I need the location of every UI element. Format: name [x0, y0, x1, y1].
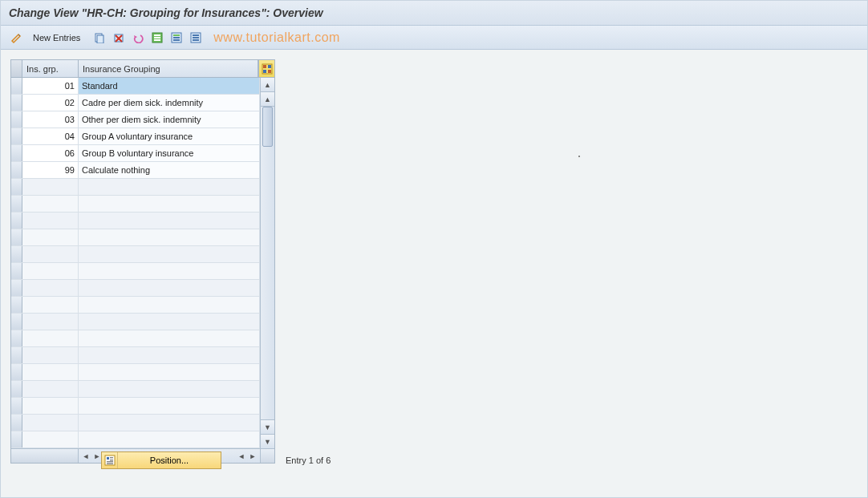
cell-ins-grp[interactable] [22, 330, 79, 346]
row-selector[interactable] [11, 95, 22, 111]
cell-insurance-grouping[interactable] [79, 415, 260, 431]
column-header-ins-grp[interactable]: Ins. grp. [22, 60, 79, 77]
cell-ins-grp[interactable] [22, 263, 79, 279]
svg-rect-26 [107, 461, 113, 463]
cell-ins-grp[interactable] [22, 381, 79, 397]
row-selector[interactable] [11, 347, 22, 363]
cell-insurance-grouping[interactable] [79, 347, 260, 363]
row-selector-header[interactable] [11, 60, 22, 77]
cell-ins-grp[interactable] [22, 431, 79, 447]
scroll-up-button[interactable]: ▲ [261, 78, 274, 92]
row-selector[interactable] [11, 280, 22, 296]
cell-ins-grp[interactable]: 04 [22, 128, 79, 144]
cell-insurance-grouping[interactable] [79, 431, 260, 447]
cell-ins-grp[interactable]: 06 [22, 145, 79, 161]
row-selector[interactable] [11, 145, 22, 161]
row-selector[interactable] [11, 111, 22, 128]
svg-rect-24 [110, 457, 113, 459]
cell-ins-grp[interactable]: 02 [22, 95, 79, 111]
row-selector[interactable] [11, 78, 22, 94]
table-row-empty [11, 330, 260, 347]
row-selector[interactable] [11, 229, 22, 245]
select-block-icon[interactable] [168, 30, 185, 46]
row-selector[interactable] [11, 246, 22, 262]
cell-insurance-grouping[interactable] [79, 196, 260, 212]
table-row-empty [11, 263, 260, 280]
cell-insurance-grouping[interactable] [79, 229, 260, 245]
select-all-icon[interactable] [149, 30, 165, 46]
cell-ins-grp[interactable] [22, 297, 79, 313]
page-title: Change View "HR-CH: Grouping for Insuran… [9, 6, 323, 19]
undo-icon[interactable] [130, 30, 146, 46]
cell-insurance-grouping[interactable] [79, 297, 260, 313]
row-selector[interactable] [11, 431, 22, 447]
row-selector[interactable] [11, 398, 22, 414]
cell-ins-grp[interactable] [22, 229, 79, 245]
table-row-empty [11, 280, 260, 297]
cell-insurance-grouping[interactable]: Calculate nothing [79, 162, 260, 178]
copy-icon[interactable] [91, 30, 107, 46]
cell-ins-grp[interactable]: 03 [22, 111, 79, 128]
row-selector[interactable] [11, 263, 22, 279]
scroll-up-button-2[interactable]: ▲ [261, 92, 274, 107]
cell-insurance-grouping[interactable] [79, 213, 260, 229]
table-settings-button[interactable] [258, 60, 274, 77]
cell-insurance-grouping[interactable] [79, 364, 260, 380]
svg-rect-25 [110, 460, 113, 461]
delete-icon[interactable] [111, 30, 127, 46]
scroll-down-button-2[interactable]: ▼ [261, 419, 274, 434]
vertical-scrollbar[interactable]: ▲ ▲ ▼ ▼ [260, 78, 274, 448]
cell-insurance-grouping[interactable]: Cadre per diem sick. indemnity [79, 95, 260, 111]
cell-ins-grp[interactable] [22, 415, 79, 431]
row-selector[interactable] [11, 162, 22, 178]
cell-ins-grp[interactable] [22, 364, 79, 380]
cell-ins-grp[interactable]: 99 [22, 162, 79, 178]
column-header-insurance-grouping[interactable]: Insurance Grouping [79, 60, 258, 77]
row-selector[interactable] [11, 381, 22, 397]
cell-insurance-grouping[interactable] [79, 179, 260, 195]
scroll-left-button[interactable]: ◄ [80, 451, 91, 462]
cell-ins-grp[interactable] [22, 280, 79, 296]
cell-ins-grp[interactable] [22, 196, 79, 212]
deselect-all-icon[interactable] [188, 30, 204, 46]
cell-ins-grp[interactable] [22, 179, 79, 195]
cell-insurance-grouping[interactable] [79, 280, 260, 296]
scroll-thumb[interactable] [262, 107, 273, 147]
row-selector[interactable] [11, 179, 22, 195]
cell-ins-grp[interactable] [22, 314, 79, 330]
scroll-down-button[interactable]: ▼ [261, 434, 274, 448]
row-selector[interactable] [11, 330, 22, 346]
row-selector[interactable] [11, 415, 22, 431]
row-selector[interactable] [11, 297, 22, 313]
cell-ins-grp[interactable] [22, 347, 79, 363]
row-selector[interactable] [11, 196, 22, 212]
cell-insurance-grouping[interactable]: Group A voluntary insurance [79, 128, 260, 144]
cell-ins-grp[interactable] [22, 398, 79, 414]
toggle-change-icon[interactable] [9, 30, 25, 46]
cell-insurance-grouping[interactable] [79, 314, 260, 330]
cell-insurance-grouping[interactable]: Standard [79, 78, 260, 94]
svg-rect-1 [97, 35, 103, 43]
cell-insurance-grouping[interactable] [79, 398, 260, 414]
position-button-label: Position... [118, 455, 221, 465]
cell-ins-grp[interactable] [22, 213, 79, 229]
svg-rect-7 [154, 37, 160, 38]
row-selector[interactable] [11, 128, 22, 144]
table-row-empty [11, 297, 260, 314]
row-selector[interactable] [11, 364, 22, 380]
cell-ins-grp[interactable]: 01 [22, 78, 79, 94]
cell-ins-grp[interactable] [22, 246, 79, 262]
cell-insurance-grouping[interactable]: Other per diem sick. indemnity [79, 111, 260, 128]
cell-insurance-grouping[interactable] [79, 330, 260, 346]
position-button[interactable]: Position... [101, 451, 221, 469]
new-entries-button[interactable]: New Entries [28, 31, 85, 44]
cell-insurance-grouping[interactable] [79, 246, 260, 262]
row-selector[interactable] [11, 314, 22, 330]
row-selector[interactable] [11, 213, 22, 229]
cell-insurance-grouping[interactable]: Group B voluntary insurance [79, 145, 260, 161]
cell-insurance-grouping[interactable] [79, 263, 260, 279]
scroll-track[interactable] [261, 107, 274, 419]
cell-insurance-grouping[interactable] [79, 381, 260, 397]
svg-rect-19 [268, 65, 271, 68]
table-row-empty [11, 431, 260, 448]
